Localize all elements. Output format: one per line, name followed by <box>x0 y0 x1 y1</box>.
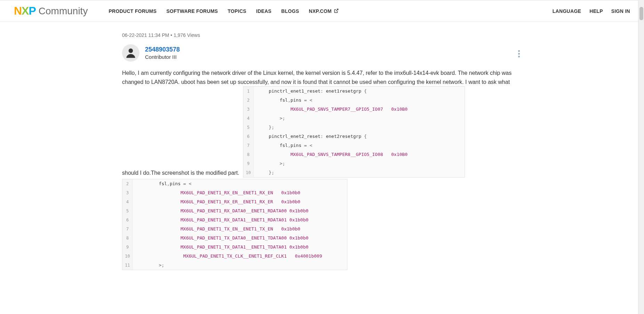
meta-separator: • <box>169 32 174 38</box>
main-header: NXP Community PRODUCT FORUMS SOFTWARE FO… <box>0 0 644 22</box>
code-text: fsl,pins = < <box>133 179 192 188</box>
code-line: 11 >; <box>122 261 347 270</box>
line-number: 5 <box>243 123 254 132</box>
line-number: 3 <box>243 105 254 114</box>
nav-language[interactable]: LANGUAGE <box>553 8 581 14</box>
code-text: MX6UL_PAD_ENET1_RX_DATA1__ENET1_RDATA01 … <box>133 215 308 225</box>
code-line: 10 }; <box>243 168 465 177</box>
code-text: MX6UL_PAD_ENET1_TX_EN__ENET1_TX_EN 0x1b0… <box>133 225 300 234</box>
code-text: MX6UL_PAD_ENET1_RX_ER__ENET1_RX_ER 0x1b0… <box>133 197 300 206</box>
nav-help[interactable]: HELP <box>589 8 603 14</box>
avatar-placeholder-icon <box>124 46 137 60</box>
code-text: }; <box>254 168 274 177</box>
code-line: 4 >; <box>243 114 465 123</box>
logo-n: N <box>14 5 22 17</box>
code-text: pinctrl_enet2_reset: enet2resetgrp { <box>254 132 367 141</box>
nav-sign-in[interactable]: SIGN IN <box>611 8 630 14</box>
line-number: 6 <box>122 215 133 225</box>
code-line: 7 MX6UL_PAD_ENET1_TX_EN__ENET1_TX_EN 0x1… <box>122 225 347 234</box>
line-number: 2 <box>243 96 254 105</box>
post-meta: 06-22-2021 11:34 PM • 1,976 Views <box>122 32 522 38</box>
secondary-nav: LANGUAGE HELP SIGN IN <box>553 8 630 14</box>
code-line: 3 MX6UL_PAD_SNVS_TAMPER7__GPIO5_IO07 0x1… <box>243 105 465 114</box>
code-line: 10 MX6UL_PAD_ENET1_TX_CLK__ENET1_REF_CLK… <box>122 252 347 261</box>
code-text: MX6UL_PAD_ENET1_RX_DATA0__ENET1_RDATA00 … <box>133 206 308 215</box>
code-line: 6 pinctrl_enet2_reset: enet2resetgrp { <box>243 132 465 141</box>
avatar[interactable] <box>122 44 139 62</box>
line-number: 4 <box>122 197 133 206</box>
line-number: 9 <box>122 243 133 252</box>
code-line: 1 pinctrl_enet1_reset: enet1resetgrp { <box>243 87 465 96</box>
line-number: 1 <box>243 87 254 96</box>
post-header: 2548903578 Contributor III <box>122 44 522 62</box>
nav-blogs[interactable]: BLOGS <box>281 8 299 14</box>
kebab-dot-icon <box>518 50 520 52</box>
code-text: pinctrl_enet1_reset: enet1resetgrp { <box>254 87 367 96</box>
author-name[interactable]: 2548903578 <box>145 46 180 53</box>
code-text: >; <box>254 114 285 123</box>
line-number: 7 <box>122 225 133 234</box>
code-text: MX6UL_PAD_ENET1_TX_DATA0__ENET1_TDATA00 … <box>133 234 308 243</box>
code-text: MX6UL_PAD_ENET1_TX_DATA1__ENET1_TDATA01 … <box>133 243 308 252</box>
primary-nav: PRODUCT FORUMS SOFTWARE FORUMS TOPICS ID… <box>108 8 552 14</box>
line-number: 2 <box>122 179 133 188</box>
line-number: 6 <box>243 132 254 141</box>
code-line: 2 fsl,pins = < <box>243 96 465 105</box>
code-line: 4 MX6UL_PAD_ENET1_RX_ER__ENET1_RX_ER 0x1… <box>122 197 347 206</box>
kebab-dot-icon <box>518 53 520 55</box>
scrollbar-thumb[interactable] <box>639 7 643 20</box>
logo-x: X <box>22 5 29 17</box>
code-snippet-2: 2 fsl,pins = <3 MX6UL_PAD_ENET1_RX_EN__E… <box>122 179 347 270</box>
code-line: 8 MX6UL_PAD_SNVS_TAMPER8__GPIO5_IO08 0x1… <box>243 150 465 159</box>
post-options-button[interactable] <box>516 47 522 61</box>
nav-ideas[interactable]: IDEAS <box>256 8 271 14</box>
code-snippet-1: 1 pinctrl_enet1_reset: enet1resetgrp {2 … <box>243 86 465 178</box>
code-text: MX6UL_PAD_ENET1_RX_EN__ENET1_RX_EN 0x1b0… <box>133 188 300 197</box>
line-number: 4 <box>243 114 254 123</box>
code-text: MX6UL_PAD_SNVS_TAMPER8__GPIO5_IO08 0x10B… <box>254 150 408 159</box>
line-number: 7 <box>243 141 254 150</box>
kebab-dot-icon <box>518 56 520 57</box>
code-line: 8 MX6UL_PAD_ENET1_TX_DATA0__ENET1_TDATA0… <box>122 234 347 243</box>
nav-nxp-com-label: NXP.COM <box>309 8 332 14</box>
post-date: 06-22-2021 11:34 PM <box>122 32 169 38</box>
nav-nxp-com[interactable]: NXP.COM <box>309 8 339 14</box>
code-text: }; <box>254 123 274 132</box>
code-line: 5 MX6UL_PAD_ENET1_RX_DATA0__ENET1_RDATA0… <box>122 206 347 215</box>
line-number: 8 <box>243 150 254 159</box>
line-number: 10 <box>122 252 133 261</box>
code-text: fsl,pins = < <box>254 96 313 105</box>
post-views: 1,976 Views <box>174 32 200 38</box>
logo-community-text: Community <box>39 6 88 17</box>
external-link-icon <box>334 8 339 13</box>
svg-point-1 <box>129 48 133 53</box>
nav-product-forums[interactable]: PRODUCT FORUMS <box>108 8 156 14</box>
line-number: 11 <box>122 261 133 270</box>
line-number: 9 <box>243 159 254 168</box>
code-line: 7 fsl,pins = < <box>243 141 465 150</box>
line-number: 3 <box>122 188 133 197</box>
code-line: 9 >; <box>243 159 465 168</box>
code-text: >; <box>133 261 164 270</box>
code-text: >; <box>254 159 285 168</box>
code-line: 3 MX6UL_PAD_ENET1_RX_EN__ENET1_RX_EN 0x1… <box>122 188 347 197</box>
line-number: 5 <box>122 206 133 215</box>
nav-topics[interactable]: TOPICS <box>228 8 247 14</box>
site-logo[interactable]: NXP Community <box>14 5 88 17</box>
code-line: 6 MX6UL_PAD_ENET1_RX_DATA1__ENET1_RDATA0… <box>122 215 347 225</box>
line-number: 8 <box>122 234 133 243</box>
author-rank: Contributor III <box>145 54 180 60</box>
svg-line-0 <box>336 9 338 11</box>
code-text: MX6UL_PAD_ENET1_TX_CLK__ENET1_REF_CLK1 0… <box>133 252 322 261</box>
code-line: 5 }; <box>243 123 465 132</box>
code-text: MX6UL_PAD_SNVS_TAMPER7__GPIO5_IO07 0x10B… <box>254 105 408 114</box>
line-number: 10 <box>243 168 254 177</box>
nav-software-forums[interactable]: SOFTWARE FORUMS <box>166 8 218 14</box>
code-line: 2 fsl,pins = < <box>122 179 347 188</box>
scrollbar[interactable] <box>638 0 644 270</box>
post-body: Hello, I am currently configuring the ne… <box>122 69 522 270</box>
logo-p: P <box>29 5 35 17</box>
code-text: fsl,pins = < <box>254 141 313 150</box>
code-line: 9 MX6UL_PAD_ENET1_TX_DATA1__ENET1_TDATA0… <box>122 243 347 252</box>
